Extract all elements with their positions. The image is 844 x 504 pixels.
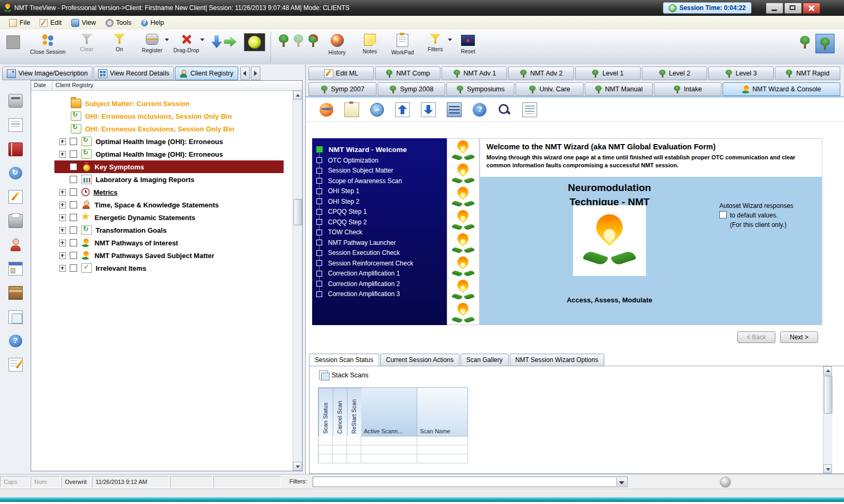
wizard-step[interactable]: NMT Wizard - Welcome xyxy=(312,144,447,155)
wizard-step[interactable]: Correction Amplification 2 xyxy=(312,279,447,289)
menu-item[interactable]: Edit xyxy=(35,16,67,30)
expand-icon[interactable] xyxy=(59,138,66,145)
wizard-step[interactable]: OHI Step 2 xyxy=(312,196,447,207)
tree-item[interactable]: Transformation Goals xyxy=(31,224,293,236)
filters-button[interactable]: Filters xyxy=(419,32,452,53)
workpad-button[interactable]: WorkPad xyxy=(386,32,419,56)
scroll-thumb[interactable] xyxy=(294,199,302,225)
search-icon[interactable] xyxy=(498,103,511,117)
close-session-button[interactable]: Close Session xyxy=(25,32,70,56)
scroll-down-icon[interactable] xyxy=(823,464,832,473)
scroll-up-icon[interactable] xyxy=(823,366,832,375)
scroll-down-icon[interactable] xyxy=(293,462,302,471)
module-tab[interactable]: Symp 2007 xyxy=(308,82,377,96)
client-icon[interactable] xyxy=(9,239,22,251)
wizard-step[interactable]: Session Subject Matter xyxy=(312,166,447,176)
tree-item[interactable]: Time, Space & Knowledge Statements xyxy=(31,198,293,211)
tree-item[interactable]: NMT Pathways of Interest xyxy=(31,236,293,249)
history-button[interactable]: History xyxy=(321,32,353,56)
drag-drop-button[interactable]: Drag-Drop xyxy=(168,32,204,54)
module-tab[interactable]: Symposiums xyxy=(446,82,514,96)
tree-view-selected[interactable] xyxy=(815,34,834,53)
scroll-thumb[interactable] xyxy=(824,376,832,414)
tree-item[interactable]: Metrics xyxy=(31,186,293,198)
scan-scrollbar[interactable] xyxy=(823,366,832,473)
archive-icon[interactable] xyxy=(8,286,23,300)
wizard-step[interactable]: Scope of Awareness Scan xyxy=(312,176,447,186)
reset-button[interactable]: Reset xyxy=(452,32,484,55)
menu-item[interactable]: Tools xyxy=(101,16,136,30)
module-tab[interactable]: Intake xyxy=(654,82,722,96)
tree-item[interactable]: Key Symptoms xyxy=(31,160,293,173)
column-scan-status[interactable]: Scan Status xyxy=(318,388,333,436)
expand-icon[interactable] xyxy=(59,252,66,259)
maximize-button[interactable] xyxy=(784,3,802,14)
module-tab[interactable]: NMT Manual xyxy=(585,82,653,96)
drag-drop-dropdown-icon[interactable] xyxy=(200,39,204,41)
checkbox[interactable] xyxy=(70,239,77,246)
worklist-icon[interactable] xyxy=(8,118,23,132)
expand-icon[interactable] xyxy=(59,227,66,234)
print-icon[interactable] xyxy=(8,214,23,228)
column-date[interactable]: Date xyxy=(31,81,52,90)
menu-item[interactable]: File xyxy=(4,16,35,30)
module-tab[interactable]: Level 1 xyxy=(575,66,641,80)
tree-item[interactable]: Subject Matter: Current Session xyxy=(31,97,293,110)
copy-icon[interactable] xyxy=(8,310,23,324)
menu-item[interactable]: Help xyxy=(136,16,169,30)
minimize-button[interactable] xyxy=(766,3,783,14)
module-tab[interactable]: NMT Comp xyxy=(375,66,440,80)
column-restart-scan[interactable]: ReStart Scan xyxy=(347,388,361,436)
tree-item[interactable]: OHI: Erroneous Exclusions, Session Only … xyxy=(31,122,293,135)
database-icon[interactable] xyxy=(447,102,462,117)
column-scan-name[interactable]: Scan Name xyxy=(417,388,468,436)
arrow-up-icon[interactable] xyxy=(395,102,410,117)
wizard-step[interactable]: OHI Step 1 xyxy=(312,186,447,197)
bottom-tab[interactable]: Scan Gallery xyxy=(461,354,509,366)
bottom-tab[interactable]: Current Session Actions xyxy=(380,354,459,366)
wizard-step[interactable]: Correction Amplification 1 xyxy=(312,269,447,279)
tabs-scroll-right-button[interactable] xyxy=(251,66,260,80)
clipboard-icon[interactable] xyxy=(344,102,359,117)
wizard-step[interactable]: CPQQ Step 2 xyxy=(312,217,447,227)
tabs-scroll-left-button[interactable] xyxy=(240,66,250,80)
tree-icon[interactable] xyxy=(278,34,289,47)
form-edit-icon[interactable] xyxy=(8,358,23,372)
list-icon[interactable] xyxy=(522,102,537,117)
module-tab[interactable]: Symp 2008 xyxy=(378,82,446,96)
next-button[interactable]: Next > xyxy=(780,331,818,343)
notes-button[interactable]: Notes xyxy=(353,32,386,55)
scroll-up-icon[interactable] xyxy=(293,91,302,100)
bottom-tab[interactable]: Session Scan Status xyxy=(309,354,379,366)
left-tab[interactable]: View Image/Description xyxy=(2,66,92,80)
combo-dropdown-icon[interactable] xyxy=(616,478,626,486)
checkbox[interactable] xyxy=(70,201,77,208)
wizard-step[interactable]: Correction Amplification 3 xyxy=(312,289,447,300)
checkbox[interactable] xyxy=(70,176,77,183)
expand-icon[interactable] xyxy=(59,240,66,246)
column-cancel-scan[interactable]: Cancel Scan xyxy=(333,388,347,436)
tree-faded-icon[interactable] xyxy=(293,34,304,47)
checkbox[interactable] xyxy=(70,226,77,234)
module-tab[interactable]: NMT Adv 1 xyxy=(442,66,507,80)
module-tab[interactable]: NMT Wizard & Console xyxy=(723,82,840,96)
wizard-step[interactable]: Session Reinforcement Check xyxy=(312,258,447,269)
checkbox[interactable] xyxy=(70,264,77,272)
filters-combobox[interactable] xyxy=(313,477,627,487)
tree-marked-icon[interactable] xyxy=(307,34,319,47)
expand-icon[interactable] xyxy=(59,151,66,158)
back-button[interactable]: < Back xyxy=(737,331,775,343)
move-right-arrow-icon[interactable] xyxy=(224,36,237,47)
clear-button[interactable]: Clear xyxy=(70,32,103,53)
module-tab[interactable]: Univ. Care xyxy=(515,82,584,96)
tree-item[interactable]: Optimal Health Image (OHI): Erroneous xyxy=(31,135,293,148)
module-tab[interactable]: Level 2 xyxy=(642,66,707,80)
checkbox[interactable] xyxy=(70,188,77,196)
wizard-step[interactable]: OTC Optimization xyxy=(312,155,447,166)
notes-icon[interactable] xyxy=(8,190,23,204)
autoset-checkbox[interactable] xyxy=(719,211,727,218)
id-card-icon[interactable] xyxy=(8,262,23,275)
move-down-arrow-icon[interactable] xyxy=(211,35,222,48)
checkbox[interactable] xyxy=(70,163,77,170)
module-tab[interactable]: Level 3 xyxy=(708,66,774,80)
